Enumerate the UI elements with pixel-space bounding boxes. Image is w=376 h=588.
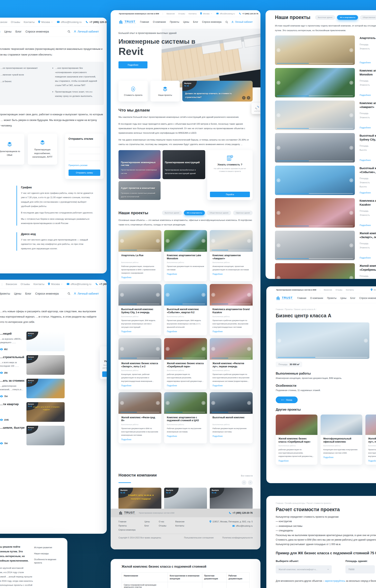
project-image[interactable]: ‹ › [164,338,207,360]
project-title[interactable]: Жилой комплекс бизнес класса «Серебряный… [360,264,376,272]
carousel-next-arrow[interactable]: › [201,239,205,243]
project-title[interactable]: Высотный жилой комплекс [212,416,250,422]
sidebar-item[interactable]: Особенности ведения проекта [34,558,63,564]
search-icon[interactable] [68,292,70,295]
carousel-next-arrow[interactable]: › [349,178,353,182]
article-image[interactable]: Выпуск№ 48 Угадайте цену за кв.м. и полу… [26,402,65,422]
project-image[interactable]: ‹ › [164,230,207,252]
carousel-prev-arrow[interactable]: ‹ [166,293,170,297]
project-image[interactable] [366,415,376,435]
nav-item[interactable]: О компании [153,21,166,23]
project-title[interactable]: Жилой комплекс бизнес класса «Зиларт», л… [360,232,376,239]
project-image[interactable]: ‹ › [118,230,161,252]
topbar-link[interactable]: Вакансии [0,21,7,23]
filter-chip[interactable]: Общественные здания [207,211,231,215]
search-icon[interactable] [225,21,228,23]
nav-item[interactable]: Спроси инженера [359,297,376,299]
phone-number[interactable]: +7 (495) 120-20-76 [86,21,107,23]
project-title[interactable]: Комплекса апартаментов Grand Kazakov [360,199,376,207]
carousel-next-arrow[interactable]: › [201,347,205,351]
project-more-link[interactable]: Подробнее [212,331,223,333]
banner-next-arrow[interactable]: › [247,96,250,100]
project-image[interactable]: ‹ › [118,392,161,414]
service-card[interactable]: Проектирование конструкций Проектировани… [163,150,205,179]
project-title[interactable]: Многофункциональный офисный комплекс [323,437,360,443]
carousel-next-arrow[interactable]: › [364,339,368,342]
topbar-link[interactable]: Отзывы [178,12,185,15]
project-more-link[interactable]: Подробнее [360,159,376,161]
cost-card-button[interactable]: Перейти [210,192,250,197]
carousel-prev-arrow[interactable]: ‹ [277,211,281,215]
nav-item[interactable]: Блог [193,21,198,23]
carousel-prev-arrow[interactable]: ‹ [166,239,170,243]
filter-chip[interactable]: Высотные здания [315,15,335,20]
legal-link[interactable]: Пользовательское соглашение [184,536,214,539]
city-selector[interactable]: Москва [48,283,63,286]
carousel-next-arrow[interactable]: › [349,113,353,117]
project-image[interactable]: ‹ › [275,133,355,162]
project-more-link[interactable]: Подробнее [121,438,131,441]
carousel-next-arrow[interactable]: › [349,146,353,150]
topbar-link[interactable]: Отзывы [21,283,30,286]
register-link[interactable]: зарегистрируйтесь [324,579,345,582]
carousel-prev-arrow[interactable]: ‹ [277,276,281,279]
project-more-link[interactable]: Подробнее [323,456,334,459]
project-image[interactable] [321,415,362,435]
city-selector[interactable]: Москва [38,21,53,23]
nav-item[interactable]: Главная [297,297,306,299]
city-selector[interactable]: Москва [371,289,376,291]
carousel-next-arrow[interactable]: › [349,211,353,215]
footer-link[interactable]: Цены [145,520,150,523]
cost-card-button[interactable]: Перейти [102,371,107,377]
filter-chip[interactable]: ЖК и апартаменты [184,211,205,215]
our-projects-card[interactable]: Наши проекты [150,81,180,102]
carousel-next-arrow[interactable]: › [201,401,205,405]
footer-link[interactable]: О нас [159,520,166,523]
article-title[interactable]: …ать за стоимость [0,379,24,383]
detail-hero-image[interactable]: ‹ › [276,322,369,359]
project-more-link[interactable]: Подробнее [279,460,289,462]
carousel-prev-arrow[interactable]: ‹ [277,243,281,247]
topbar-link[interactable]: Контакты [33,283,44,286]
submit-application-button[interactable]: Отправить заявку [69,170,100,176]
project-title[interactable]: Комплекса апартаментов Grand Kazakov [212,308,250,314]
topbar-link[interactable]: Отзывы [11,21,20,23]
carousel-prev-arrow[interactable]: ‹ [211,293,215,297]
carousel-prev-arrow[interactable]: ‹ [211,401,215,405]
project-more-link[interactable]: Подробнее [212,435,223,437]
project-image[interactable] [276,415,317,435]
article-title[interactable]: …строительный [0,355,24,359]
footer-link[interactable]: Вакансии [175,520,184,523]
role-card[interactable]: Проектировщиков по ОВиК [0,134,24,165]
article-title[interactable]: …нкций [0,332,24,336]
nav-item[interactable]: О компании [310,297,323,299]
topbar-link[interactable]: Контакты [24,21,35,23]
project-image[interactable]: ‹ › [275,101,355,130]
sidebar-item[interactable]: Наши награды [34,552,63,555]
filter-chip[interactable]: Общественные здания [360,15,376,20]
phone-number[interactable]: +7 (495) 120-20-76 [239,12,258,15]
project-title[interactable]: Комплекс апартаментов «Амарант» [360,101,376,109]
project-more-link[interactable]: Подробнее [360,224,376,226]
project-title[interactable]: Апартотель La Rue [360,36,376,40]
nav-item[interactable]: Спроси инженера [35,292,59,295]
project-image[interactable]: ‹ › [210,284,253,306]
nav-item[interactable]: Проекты [170,21,179,23]
nav-item[interactable]: Спроси инженера [25,30,49,33]
city-selector[interactable]: Москва [200,12,212,15]
carousel-prev-arrow[interactable]: ‹ [120,293,124,297]
article-title[interactable]: …ти квартир [0,402,24,406]
project-image[interactable]: ‹ › [275,68,355,97]
email-link[interactable]: office@trusteng.ru [216,12,235,15]
project-title[interactable]: Жилой комплекс «Фили-град III» [121,416,159,422]
project-title[interactable]: Комплекс апартаментов с подземной стоянк… [167,416,204,422]
footer-email[interactable]: office@trusteng.ru [209,525,253,527]
carousel-next-arrow[interactable]: › [349,81,353,85]
all-news-link[interactable]: Все новости [241,474,253,477]
account-link[interactable]: Личный кабинет [74,292,99,295]
news-image[interactable]: Выпуск№ 48 Угадайте цену за кв.м. и полу… [118,488,161,510]
carousel-next-arrow[interactable]: › [247,293,251,297]
object-select[interactable]: Жилой комплекс эконом/комфорт к... [276,565,332,574]
carousel-next-arrow[interactable]: › [156,293,160,297]
account-link[interactable]: Личный кабинет [74,30,99,33]
